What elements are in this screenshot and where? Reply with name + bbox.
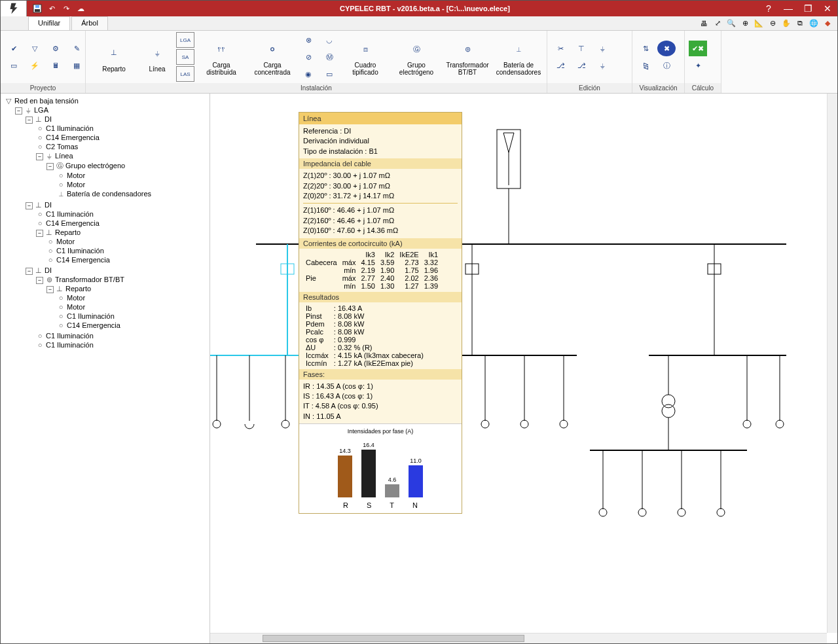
tree-di-1[interactable]: DI [45, 115, 52, 123]
redo-icon[interactable]: ↷ [61, 3, 71, 14]
ground2-icon[interactable]: ⏚ [593, 58, 611, 73]
tree-item[interactable]: Motor [56, 238, 75, 245]
tree-item[interactable]: Motor [67, 294, 85, 302]
calc-icon[interactable]: 🖩 [46, 58, 65, 73]
scrollbar-thumb[interactable] [263, 635, 524, 642]
check-icon[interactable]: ✔ [5, 41, 23, 56]
motor-icon[interactable]: Ⓜ [320, 49, 338, 65]
cloud-icon[interactable]: ☁ [75, 3, 86, 14]
tree-reparto-2[interactable]: Reparto [65, 285, 91, 293]
vis-info-icon[interactable]: ⓘ [657, 58, 676, 73]
lightning-panel-icon[interactable]: ⚡ [26, 58, 44, 73]
maximize-icon[interactable]: ❐ [798, 1, 818, 16]
junction-icon[interactable]: ⊤ [572, 41, 591, 56]
vis-tree-icon[interactable]: ⧎ [636, 58, 655, 73]
error-icon[interactable]: ✖ [657, 41, 676, 56]
tool-globe-icon[interactable]: 🌐 [808, 18, 820, 29]
tree-grupo[interactable]: Grupo electrógeno [65, 162, 125, 170]
btn-carga-dist[interactable]: ⫯⫯Carga distribuida [197, 38, 246, 76]
lamp2-icon[interactable]: ◉ [299, 66, 318, 82]
svg-point-39 [717, 509, 725, 516]
ground-icon[interactable]: ⏚ [593, 41, 611, 56]
btn-bateria[interactable]: ⟂Batería de condensadores [494, 38, 543, 76]
btn-linea[interactable]: ⏚Línea [141, 42, 173, 73]
tree-item[interactable]: C2 Tomas [46, 143, 78, 151]
help-icon[interactable]: ? [759, 1, 778, 16]
tool-zoom-in-icon[interactable]: ⊕ [739, 18, 751, 29]
svg-point-28 [662, 395, 675, 408]
results-table: Ib: 16.43 A Pinst: 8.08 kW Pdem: 8.08 kW… [303, 304, 426, 367]
tool-zoom-window-icon[interactable]: 🔍 [725, 18, 737, 29]
tree-di-2[interactable]: DI [45, 201, 52, 209]
lga-icon[interactable]: LGA [176, 32, 194, 48]
lamp-icon[interactable]: ⊗ [299, 32, 318, 48]
btn-cuadro[interactable]: ⧈Cuadro tipificado [341, 38, 390, 76]
tab-arbol[interactable]: Árbol [71, 16, 108, 30]
btn-grupo[interactable]: ⒼGrupo electrógeno [392, 38, 441, 76]
branch2-icon[interactable]: ⎇ [572, 58, 591, 73]
tree-item[interactable]: Batería de condensadores [67, 190, 151, 198]
btn-carga-conc[interactable]: ⭘Carga concentrada [248, 38, 297, 76]
emergency-icon[interactable]: ⊘ [299, 49, 318, 65]
tool-print-icon[interactable]: 🖶 [698, 18, 710, 29]
minimize-icon[interactable]: — [778, 1, 798, 16]
tree-item[interactable]: C1 Iluminación [56, 247, 104, 255]
wand-icon[interactable]: ✦ [689, 58, 707, 73]
undo-icon[interactable]: ↶ [46, 3, 57, 14]
table-icon[interactable]: ▦ [67, 58, 86, 73]
tree-item[interactable]: C14 Emergencia [46, 219, 100, 227]
tree-item[interactable]: C1 Iluminación [46, 210, 94, 218]
tree-item[interactable]: C1 Iluminación [46, 341, 94, 349]
branch-icon[interactable]: ⎇ [551, 58, 570, 73]
tool-zoom-extents-icon[interactable]: ⤢ [712, 18, 723, 29]
calc-ok-icon[interactable]: ✔✖ [689, 41, 707, 56]
tree-item[interactable]: C14 Emergencia [56, 256, 110, 264]
tool-zoom-out-icon[interactable]: ⊖ [767, 18, 778, 29]
tree-linea[interactable]: Línea [55, 152, 73, 160]
tree-item[interactable]: C1 Iluminación [46, 332, 94, 340]
panel-ref: Referencia : DI [303, 126, 458, 136]
tree-item[interactable]: C14 Emergencia [46, 134, 100, 141]
tree-item[interactable]: C1 Iluminación [46, 124, 94, 132]
tree-panel[interactable]: ▽Red en baja tensión −⏚LGA −⊥DI ○C1 Ilum… [1, 94, 210, 643]
las-icon[interactable]: LAS [176, 66, 194, 82]
tree-di-3[interactable]: DI [45, 266, 52, 274]
tree-transf[interactable]: Transformador BT/BT [55, 276, 124, 283]
diagram-canvas[interactable]: Línea Referencia : DI Derivación individ… [210, 94, 837, 643]
panel-tipo: Tipo de instalación : B1 [303, 147, 458, 156]
vertical-scrollbar[interactable] [827, 94, 837, 633]
tree-item[interactable]: C14 Emergencia [67, 321, 120, 329]
sa-icon[interactable]: SA [176, 49, 194, 65]
btn-reparto[interactable]: ⊥Reparto [90, 42, 138, 73]
svg-point-29 [662, 404, 675, 418]
vis-up-icon[interactable]: ⇅ [636, 41, 655, 56]
svg-rect-1 [35, 9, 40, 12]
tree-root[interactable]: ▽Red en baja tensión −⏚LGA −⊥DI ○C1 Ilum… [5, 96, 207, 351]
tree-lga[interactable]: LGA [34, 106, 48, 114]
tree-item[interactable]: Motor [67, 171, 85, 179]
horizontal-scrollbar[interactable] [210, 633, 827, 643]
tree-item[interactable]: Motor [67, 181, 85, 188]
tree-reparto[interactable]: Reparto [55, 228, 81, 236]
tool-help-icon[interactable]: ◆ [822, 18, 833, 29]
cut-up-icon[interactable]: ✂ [551, 41, 570, 56]
generic-icon[interactable]: ▭ [320, 66, 338, 82]
socket-icon[interactable]: ◡ [320, 32, 338, 48]
save-icon[interactable] [32, 3, 43, 14]
tree-item[interactable]: C1 Iluminación [67, 312, 115, 320]
btn-transformador[interactable]: ⊚Transformador BT/BT [443, 38, 492, 76]
tab-unifilar[interactable]: Unifilar [28, 16, 70, 30]
chart-bar-R: 14.3 [338, 448, 352, 497]
tool-pan-icon[interactable]: ✋ [780, 18, 792, 29]
tool-copy-icon[interactable]: ⧉ [794, 18, 806, 29]
edit-icon[interactable]: ✎ [67, 41, 86, 56]
tool-measure-icon[interactable]: 📐 [753, 18, 765, 29]
svg-point-14 [282, 420, 289, 428]
toggle-icon[interactable]: − [15, 107, 22, 115]
tabstrip: Unifilar Árbol 🖶 ⤢ 🔍 ⊕ 📐 ⊖ ✋ ⧉ 🌐 ◆ [1, 16, 837, 31]
close-icon[interactable]: ✕ [818, 1, 837, 16]
tree-item[interactable]: Motor [67, 303, 85, 311]
panel-icon[interactable]: ▭ [5, 58, 23, 73]
filter-icon[interactable]: ▽ [26, 41, 44, 56]
settings-icon[interactable]: ⚙ [46, 41, 65, 56]
